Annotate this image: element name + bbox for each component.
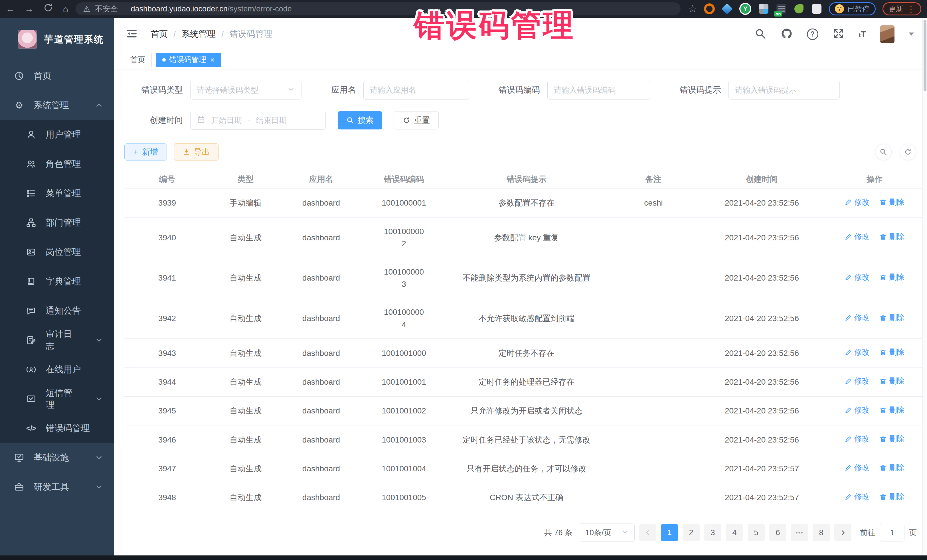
search-button[interactable]: 搜索 bbox=[338, 111, 382, 129]
cell-remark bbox=[606, 339, 701, 367]
collapse-sidebar-icon[interactable] bbox=[126, 27, 138, 41]
sidebar-item[interactable]: 字典管理 bbox=[0, 267, 114, 296]
edit-link[interactable]: 修改 bbox=[845, 312, 870, 324]
fullscreen-icon[interactable] bbox=[833, 28, 845, 41]
delete-link[interactable]: 删除 bbox=[879, 491, 904, 503]
breadcrumb-home[interactable]: 首页 bbox=[150, 28, 168, 40]
caret-down-icon[interactable] bbox=[909, 32, 914, 36]
error-type-select[interactable]: 请选择错误码类型 bbox=[190, 81, 301, 100]
tag-error-code[interactable]: 错误码管理 × bbox=[156, 53, 221, 67]
edit-link[interactable]: 修改 bbox=[845, 272, 870, 284]
delete-link[interactable]: 删除 bbox=[879, 462, 904, 474]
search-icon[interactable] bbox=[754, 28, 766, 41]
help-icon[interactable]: ? bbox=[807, 29, 818, 40]
address-bar[interactable]: ⚠ 不安全 dashboard.yudao.iocoder.cn/system/… bbox=[76, 2, 680, 15]
page-button[interactable]: 1 bbox=[661, 524, 678, 541]
page-button[interactable]: 3 bbox=[704, 524, 721, 541]
sidebar-item[interactable]: ⚙ 系统管理 bbox=[0, 90, 114, 120]
edit-link[interactable]: 修改 bbox=[845, 462, 870, 474]
delete-link[interactable]: 删除 bbox=[879, 231, 904, 243]
edit-link[interactable]: 修改 bbox=[845, 231, 870, 243]
delete-link[interactable]: 删除 bbox=[879, 375, 904, 387]
sidebar-item[interactable]: 在线用户 bbox=[0, 355, 114, 384]
delete-link[interactable]: 删除 bbox=[879, 433, 904, 445]
browser-menu-icon[interactable]: ⋮ bbox=[907, 4, 915, 14]
sidebar-item[interactable]: </> 错误码管理 bbox=[0, 413, 114, 443]
edit-link[interactable]: 修改 bbox=[845, 375, 870, 387]
extensions-puzzle-icon[interactable] bbox=[811, 3, 822, 14]
toggle-search-button[interactable] bbox=[875, 144, 892, 160]
goto-page-input[interactable] bbox=[880, 524, 904, 542]
reload-icon[interactable] bbox=[43, 3, 53, 15]
breadcrumb-system[interactable]: 系统管理 bbox=[181, 28, 216, 40]
delete-link[interactable]: 删除 bbox=[879, 312, 904, 324]
prev-page-button[interactable] bbox=[639, 524, 656, 541]
add-button[interactable]: + 新增 bbox=[125, 143, 167, 161]
edit-link[interactable]: 修改 bbox=[845, 196, 870, 208]
delete-link[interactable]: 删除 bbox=[879, 404, 904, 416]
sidebar-item[interactable]: 基础设施 bbox=[0, 443, 114, 472]
page-size-select[interactable]: 10条/页 bbox=[580, 524, 635, 542]
content-area: 错误码类型 请选择错误码类型 应用名 错误码编码 bbox=[114, 69, 927, 555]
page-button[interactable]: 8 bbox=[813, 524, 830, 541]
tag-home[interactable]: 首页 bbox=[124, 53, 152, 67]
scrollbar-thumb[interactable] bbox=[924, 20, 926, 91]
font-size-icon[interactable]: tT bbox=[859, 29, 866, 39]
extension-leaf-icon[interactable] bbox=[793, 3, 804, 14]
filter-hint-label: 错误码提示 bbox=[680, 84, 721, 96]
extension-gem-icon[interactable] bbox=[722, 3, 732, 14]
extension-orange-icon[interactable] bbox=[704, 3, 715, 14]
page-button[interactable]: 4 bbox=[726, 524, 743, 541]
edit-link[interactable]: 修改 bbox=[845, 404, 870, 416]
sidebar-item[interactable]: 菜单管理 bbox=[0, 179, 114, 208]
reset-button[interactable]: 重置 bbox=[394, 111, 439, 129]
edit-link[interactable]: 修改 bbox=[845, 433, 870, 445]
cell-created-time: 2021-04-20 23:52:56 bbox=[701, 396, 823, 425]
sidebar-item[interactable]: 短信管理 bbox=[0, 384, 114, 413]
edit-link[interactable]: 修改 bbox=[845, 491, 870, 503]
page-button[interactable]: 2 bbox=[682, 524, 700, 541]
page-button[interactable]: 6 bbox=[769, 524, 786, 541]
sidebar-item[interactable]: 通知公告 bbox=[0, 296, 114, 325]
sidebar-item[interactable]: 岗位管理 bbox=[0, 237, 114, 267]
error-hint-input[interactable] bbox=[735, 81, 833, 99]
back-icon[interactable]: ← bbox=[6, 4, 15, 14]
delete-link[interactable]: 删除 bbox=[879, 196, 904, 208]
extension-y-icon[interactable]: Y bbox=[739, 3, 751, 15]
edit-link[interactable]: 修改 bbox=[845, 346, 870, 358]
screen: ← → ⌂ ⚠ 不安全 dashboard.yudao.iocoder.cn/s… bbox=[0, 0, 927, 560]
extension-list-icon[interactable]: on bbox=[776, 3, 787, 14]
sidebar-item[interactable]: 首页 bbox=[0, 61, 114, 90]
app-logo[interactable]: 芋道管理系统 bbox=[0, 18, 114, 61]
github-icon[interactable] bbox=[781, 28, 793, 41]
date-range-picker[interactable]: 开始日期 - 结束日期 bbox=[190, 111, 326, 130]
page-button[interactable]: ••• bbox=[791, 524, 808, 541]
error-code-input[interactable] bbox=[554, 81, 643, 99]
page-button[interactable]: 5 bbox=[748, 524, 765, 541]
column-header: 操作 bbox=[823, 170, 926, 188]
app-name-input[interactable] bbox=[370, 81, 462, 99]
sidebar-item-icon bbox=[26, 364, 36, 375]
export-button[interactable]: 导出 bbox=[174, 143, 219, 161]
cell-app-name: dashboard bbox=[281, 217, 361, 258]
sidebar-item[interactable]: 部门管理 bbox=[0, 208, 114, 237]
scrollbar-track[interactable] bbox=[922, 18, 927, 555]
sidebar-item[interactable]: 用户管理 bbox=[0, 120, 114, 149]
cell-error-hint: 不能删除类型为系统内置的参数配置 bbox=[447, 258, 606, 298]
sidebar-item[interactable]: 角色管理 bbox=[0, 149, 114, 179]
delete-link[interactable]: 删除 bbox=[879, 272, 904, 284]
forward-icon[interactable]: → bbox=[24, 4, 33, 14]
extension-grid-icon[interactable] bbox=[758, 3, 769, 14]
avatar[interactable] bbox=[880, 25, 895, 43]
update-button[interactable]: 更新⋮ bbox=[883, 2, 921, 15]
sidebar-item[interactable]: 审计日志 bbox=[0, 325, 114, 355]
paused-badge[interactable]: 已暂停 bbox=[829, 2, 876, 15]
next-page-button[interactable] bbox=[834, 524, 851, 541]
bookmark-star-icon[interactable]: ☆ bbox=[688, 3, 697, 15]
column-header: 备注 bbox=[606, 170, 701, 188]
delete-link[interactable]: 删除 bbox=[879, 346, 904, 358]
home-icon[interactable]: ⌂ bbox=[63, 4, 68, 14]
refresh-button[interactable] bbox=[900, 144, 916, 160]
sidebar-item[interactable]: 研发工具 bbox=[0, 472, 114, 502]
close-tag-icon[interactable]: × bbox=[210, 56, 214, 64]
